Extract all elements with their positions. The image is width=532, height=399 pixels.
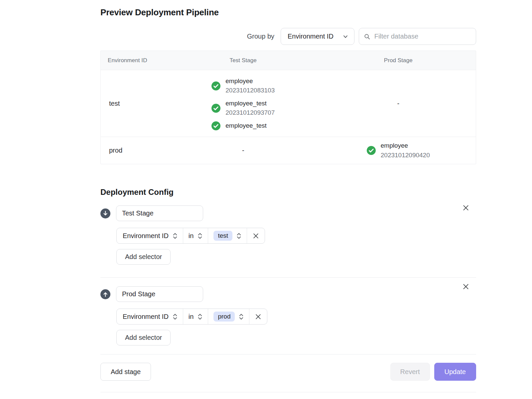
database-name: employee [225, 76, 275, 86]
database-item: employee 20231012083103 [211, 76, 275, 95]
close-icon [462, 283, 469, 290]
check-circle-icon [211, 81, 220, 90]
selector-value-select[interactable]: prod [208, 309, 249, 324]
chevron-updown-icon [236, 232, 241, 239]
selector-operator-select[interactable]: in [183, 309, 208, 324]
remove-selector-button[interactable] [247, 228, 265, 243]
column-header-test-stage: Test Stage [166, 57, 321, 64]
remove-stage-button[interactable] [461, 282, 471, 292]
bottom-divider [100, 392, 476, 392]
selector-row: Environment ID in prod [116, 309, 267, 325]
chevron-updown-icon [173, 313, 178, 320]
database-item: employee_test [211, 121, 267, 131]
chevron-updown-icon [173, 232, 178, 239]
database-version: 20231012083103 [225, 86, 275, 95]
pipeline-toolbar: Group by Environment ID [100, 28, 476, 45]
prod-stage-cell: employee 20231012090420 [321, 141, 476, 160]
chevron-updown-icon [198, 232, 202, 239]
database-version: 20231012093707 [225, 108, 275, 118]
remove-selector-button[interactable] [249, 309, 267, 324]
selector-key-select[interactable]: Environment ID [117, 228, 183, 243]
table-header: Environment ID Test Stage Prod Stage [101, 51, 476, 70]
close-icon [252, 232, 259, 239]
stage-config-test: Environment ID in test Add selector [100, 205, 476, 265]
test-stage-empty: - [166, 147, 321, 154]
page-title: Preview Deployment Pipeline [100, 7, 476, 18]
selector-value-badge: prod [213, 312, 235, 322]
filter-database-input[interactable] [374, 32, 471, 41]
group-by-value: Environment ID [288, 33, 333, 40]
selector-value-badge: test [213, 231, 232, 241]
remove-stage-button[interactable] [461, 203, 471, 213]
selector-operator-label: in [189, 313, 194, 321]
add-selector-button[interactable]: Add selector [116, 330, 171, 345]
selector-key-label: Environment ID [123, 232, 169, 240]
revert-button[interactable]: Revert [390, 363, 430, 381]
database-name: employee [381, 141, 430, 151]
deployment-config-title: Deployment Config [100, 188, 476, 197]
section-divider [100, 277, 476, 278]
main-panel: Preview Deployment Pipeline Group by Env… [100, 0, 476, 392]
selector-key-select[interactable]: Environment ID [117, 309, 183, 324]
check-circle-icon [211, 104, 220, 113]
check-circle-icon [211, 121, 220, 130]
database-name: employee_test [225, 99, 275, 108]
search-icon [364, 33, 370, 40]
environment-name: prod [101, 147, 166, 154]
arrow-up-circle-icon [100, 289, 110, 299]
table-row: test employee 20231012083103 employee_te… [101, 70, 476, 137]
stage-config-prod: Environment ID in prod Add selector [100, 286, 476, 345]
table-row: prod - employee 20231012090420 [101, 137, 476, 164]
selector-operator-select[interactable]: in [183, 228, 208, 243]
chevron-updown-icon [198, 313, 202, 320]
stage-name-input[interactable] [116, 205, 203, 221]
arrow-down-circle-icon [100, 208, 110, 218]
selector-value-select[interactable]: test [208, 228, 247, 243]
group-by-select[interactable]: Environment ID [281, 28, 354, 45]
environment-name: test [101, 100, 166, 107]
selector-operator-label: in [189, 232, 194, 240]
selector-row: Environment ID in test [116, 228, 265, 244]
chevron-updown-icon [239, 313, 244, 320]
column-header-environment: Environment ID [101, 57, 166, 64]
selector-key-label: Environment ID [123, 313, 169, 321]
pipeline-table: Environment ID Test Stage Prod Stage tes… [100, 51, 476, 164]
footer-actions: Add stage Revert Update [100, 363, 476, 381]
database-version: 20231012090420 [381, 151, 430, 160]
database-name: employee_test [225, 121, 267, 131]
database-item: employee_test 20231012093707 [211, 99, 275, 118]
group-by-label: Group by [247, 33, 274, 40]
chevron-down-icon [342, 33, 349, 40]
close-icon [462, 204, 469, 211]
check-circle-icon [367, 146, 376, 155]
test-stage-cell: employee 20231012083103 employee_test 20… [166, 76, 321, 131]
close-icon [255, 313, 262, 320]
section-divider [100, 354, 476, 354]
prod-stage-empty: - [321, 100, 476, 107]
database-item: employee 20231012090420 [367, 141, 430, 160]
update-button[interactable]: Update [434, 363, 476, 381]
filter-database-box [359, 28, 476, 45]
column-header-prod-stage: Prod Stage [321, 57, 476, 64]
add-stage-button[interactable]: Add stage [100, 363, 151, 381]
stage-name-input[interactable] [116, 286, 203, 302]
add-selector-button[interactable]: Add selector [116, 249, 171, 265]
